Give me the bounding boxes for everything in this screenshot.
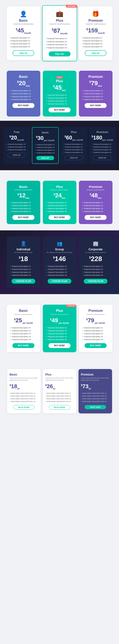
features-s6-2: Featured Description #1Featured Descript… (82, 326, 110, 341)
feature-s3-0-1: Featured Description #2 (6, 146, 28, 148)
price-s6-0: $25 per month (10, 317, 37, 324)
price-s7-0: $18/yr (10, 383, 38, 390)
price-s5-1: $146 (46, 255, 73, 263)
feature-s7-1-0: FEATURED DESCRIPTION #1 (45, 392, 74, 395)
feature-s1-0-0: Featured Description #1 (10, 36, 37, 39)
plan-name-s3-0: Free (6, 130, 28, 134)
cta-btn-s4-1[interactable]: BUY NOW! (48, 215, 71, 220)
cta-btn-s5-2[interactable]: CHOOSE PLAN (84, 279, 107, 284)
pricing-card-s2-0: Basic $20/mo Featured Description #1Feat… (7, 71, 40, 116)
cta-btn-s7-2[interactable]: SHOP NOW (85, 405, 106, 409)
card-icon-s5-0: 👤 (10, 241, 37, 246)
pricing-card-s7-0: Basic Lorem ipsum dolor sit amet conse c… (7, 369, 41, 414)
plan-name-s6-2: Premium (82, 309, 110, 313)
feature-s4-0-3: Featured Description #4 (10, 210, 37, 213)
cta-btn-s3-2[interactable]: SIGN UP (64, 156, 83, 160)
features-s7-2: FEATURED DESCRIPTION #1FEATURED DESCRIPT… (81, 392, 110, 403)
price-s5-0: $18 (10, 255, 37, 263)
section4: Basic Great for small business $12/mo Fe… (0, 174, 119, 230)
feature-s7-2-2: FEATURED DESCRIPTION #3 (81, 398, 110, 400)
price-s7-1: $26/yr (45, 383, 74, 390)
feature-s7-2-3: FEATURED DESCRIPTION #4 (81, 400, 110, 403)
card-icon-s1-0: 👤 (10, 10, 37, 18)
feature-s6-1-3: Featured Description #4 (46, 335, 73, 338)
cta-btn-s4-0[interactable]: BUY NOW! (12, 215, 35, 220)
cta-btn-s2-1[interactable]: BUY NOW! (48, 108, 71, 112)
features-s6-1: Featured Description #1Featured Descript… (46, 326, 73, 341)
cta-btn-s3-0[interactable]: SIGN UP (7, 153, 26, 157)
cta-btn-s5-1[interactable]: CHOOSE PLAN (48, 279, 71, 284)
features-s1-1: Featured Description #1Featured Descript… (46, 37, 73, 49)
plan-name-s4-1: Plus (46, 185, 73, 188)
plan-desc-s7-2: Lorem ipsum dolor sit amet conse ctetur … (81, 377, 110, 382)
price-s3-3: $180/per month (92, 134, 113, 141)
feature-s2-2-0: Featured Description #1 (82, 89, 110, 92)
feature-s3-0-0: Featured Description #1 (6, 143, 28, 146)
features-s3-1: Featured Description #1Featured Descript… (35, 143, 56, 154)
plan-sub-s6-1: Great for small business (46, 314, 73, 315)
feature-s3-2-3: Featured Description #4 (63, 151, 85, 154)
pricing-card-s4-2: Premium Great for small business $48/mo … (79, 181, 113, 224)
divider2 (0, 294, 119, 298)
cta-btn-s5-0[interactable]: CHOOSE PLAN (11, 279, 35, 284)
plan-name-s7-1: Plus (45, 373, 74, 376)
features-s5-0: Featured Description #1Featured Descript… (10, 265, 37, 277)
cta-btn-s6-1[interactable]: BUY NOW! (48, 343, 71, 348)
features-s5-2: Featured Description #1Featured Descript… (82, 265, 110, 277)
feature-s7-0-2: FEATURED DESCRIPTION #3 (10, 398, 38, 400)
pricing-card-s4-1: Plus Great for small business $24/mo Fea… (43, 181, 76, 224)
plan-sub-s5-0: for freelancer/single user (10, 252, 37, 253)
plan-name-s1-1: Plus (46, 18, 73, 22)
pricing-card-s6-0: Basic Great for small business $25 per m… (7, 305, 40, 352)
cta-btn-s2-2[interactable]: BUY NOW! (85, 103, 107, 108)
cta-btn-s1-2[interactable]: Sign Up (85, 50, 106, 56)
feature-s6-1-4: Featured Description #5 (46, 338, 73, 341)
feature-s3-3-0: Featured Description #1 (92, 143, 113, 146)
cta-btn-s7-0[interactable]: READ MORE (13, 405, 35, 410)
feature-s6-0-1: Featured Description #2 (10, 329, 37, 332)
cta-btn-s4-2[interactable]: BUY NOW! (85, 215, 107, 220)
features-s7-1: FEATURED DESCRIPTION #1FEATURED DESCRIPT… (45, 392, 74, 403)
feature-s2-0-0: Featured Description #1 (10, 89, 37, 92)
feature-s4-1-1: Featured Description #2 (46, 204, 73, 207)
plan-name-s3-1: basic (35, 131, 56, 134)
cta-btn-s1-0[interactable]: Sign Up (12, 50, 34, 56)
feature-s1-1-2: Featured Description #3 (46, 43, 73, 46)
feature-s3-1-0: Featured Description #1 (35, 143, 56, 146)
price-s7-2: $73/yr (81, 383, 110, 390)
feature-s2-2-2: Featured Description #3 (82, 95, 110, 98)
plan-name-s2-1: Plus (46, 79, 73, 83)
feature-s6-2-3: Featured Description #4 (82, 335, 110, 338)
feature-s4-0-1: Featured Description #2 (10, 204, 37, 207)
cta-btn-s6-2[interactable]: BUY NOW! (85, 343, 107, 348)
feature-s4-1-3: Featured Description #4 (46, 210, 73, 213)
feature-s4-0-0: Featured Description #1 (10, 201, 37, 204)
feature-s6-2-2: Featured Description #3 (82, 332, 110, 335)
card-icon-s1-1: 💼 (46, 10, 73, 17)
feature-s3-1-2: Featured Description #3 (35, 149, 56, 152)
plan-sub-s1-0: Great for small business (10, 23, 37, 25)
sale-badge-s2-1: SALE! (56, 76, 63, 78)
pricing-card-s3-1: basic $30/per month Featured Description… (32, 127, 59, 164)
plan-name-s2-2: Premium (82, 75, 110, 79)
feature-s2-0-3: Featured Description #4 (10, 98, 37, 101)
cta-btn-s3-3[interactable]: SIGN UP (93, 156, 112, 160)
plan-sub-s5-2: for corporate/large business (82, 252, 110, 253)
cta-btn-s1-1[interactable]: Sign Up! (49, 51, 70, 56)
pricing-card-s7-1: Plus Lorem ipsum dolor sit amet conse ct… (43, 369, 76, 414)
card-icon-s5-2: 🏢 (82, 241, 110, 246)
plan-sub-s5-1: for 5/group members/small startup (46, 252, 73, 253)
cta-btn-s7-1[interactable]: READ MORE (49, 405, 70, 410)
cta-btn-s2-0[interactable]: BUY NOW! (12, 103, 35, 108)
pricing-card-s4-0: Basic Great for small business $12/mo Fe… (7, 181, 40, 224)
cta-btn-s6-0[interactable]: BUY NOW! (12, 343, 35, 348)
feature-s1-2-3: Featured Description #4 (82, 45, 109, 48)
feature-s5-1-0: Featured Description #1 (46, 265, 73, 268)
plan-name-s6-1: Plus (46, 309, 73, 313)
feature-s2-2-3: Featured Description #4 (82, 98, 110, 101)
featured-ribbon: FEATURED (66, 5, 77, 8)
feature-s2-2-1: Featured Description #2 (82, 92, 110, 95)
feature-s1-0-2: Featured Description #3 (10, 42, 37, 45)
cta-btn-s3-1[interactable]: SIGN UP (36, 156, 54, 160)
plan-sub-s4-1: Great for small business (46, 189, 73, 191)
